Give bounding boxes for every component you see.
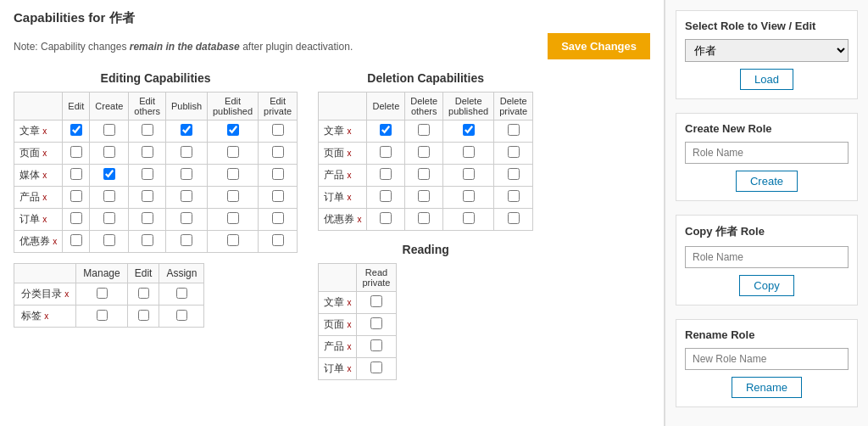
- edit-published-checkbox[interactable]: [227, 124, 239, 136]
- table-row: 分类目录 x: [14, 283, 204, 305]
- edit-checkbox[interactable]: [70, 124, 82, 136]
- edit-checkbox[interactable]: [70, 146, 82, 158]
- delete-private-checkbox[interactable]: [508, 146, 520, 158]
- delete-others-checkbox[interactable]: [418, 168, 430, 180]
- manage-edit-checkbox[interactable]: [138, 310, 149, 321]
- edit-others-checkbox[interactable]: [142, 124, 153, 136]
- manage-checkbox[interactable]: [97, 310, 108, 321]
- publish-checkbox[interactable]: [181, 146, 192, 158]
- edit-others-checkbox[interactable]: [142, 146, 153, 158]
- rename-button[interactable]: Rename: [732, 377, 802, 398]
- table-row: 订单 x: [319, 358, 396, 380]
- read-private-checkbox[interactable]: [370, 295, 382, 307]
- manage-table: Manage Edit Assign 分类目录 x 标签 x: [14, 263, 204, 328]
- edit-published-checkbox[interactable]: [227, 168, 239, 180]
- edit-published-checkbox[interactable]: [227, 190, 239, 202]
- delete-checkbox[interactable]: [380, 190, 392, 202]
- copy-button[interactable]: Copy: [739, 275, 793, 296]
- read-private-checkbox[interactable]: [370, 362, 382, 373]
- table-row: 优惠券 x: [319, 209, 533, 231]
- publish-checkbox[interactable]: [181, 190, 192, 202]
- delete-private-checkbox[interactable]: [508, 190, 520, 202]
- edit-private-checkbox[interactable]: [272, 212, 284, 224]
- delete-checkbox[interactable]: [380, 168, 392, 180]
- edit-private-checkbox[interactable]: [272, 168, 284, 180]
- copy-role-title: Copy 作者 Role: [685, 224, 849, 239]
- edit-checkbox[interactable]: [70, 168, 82, 180]
- create-role-section: Create New Role Create: [676, 113, 858, 201]
- table-row: 产品 x: [14, 187, 298, 209]
- delete-checkbox[interactable]: [380, 124, 392, 136]
- manage-section: Manage Edit Assign 分类目录 x 标签 x: [14, 263, 298, 328]
- edit-others-checkbox[interactable]: [142, 168, 153, 180]
- create-checkbox[interactable]: [103, 168, 115, 180]
- manage-edit-checkbox[interactable]: [138, 288, 149, 299]
- table-row: 页面 x: [319, 143, 533, 165]
- role-select[interactable]: 作者管理员编辑作者投稿者订阅者: [685, 39, 849, 62]
- edit-others-checkbox[interactable]: [142, 190, 153, 202]
- edit-published-checkbox[interactable]: [227, 146, 239, 158]
- edit-private-checkbox[interactable]: [272, 234, 284, 246]
- delete-published-checkbox[interactable]: [463, 124, 475, 136]
- reading-section: Reading Readprivate 文章 x 页面 x 产品 x: [318, 243, 533, 380]
- create-checkbox[interactable]: [103, 234, 115, 246]
- delete-checkbox[interactable]: [380, 146, 392, 158]
- edit-private-checkbox[interactable]: [272, 190, 284, 202]
- publish-checkbox[interactable]: [181, 168, 192, 180]
- publish-checkbox[interactable]: [181, 234, 192, 246]
- delete-others-checkbox[interactable]: [418, 146, 430, 158]
- note-bar: Note: Capability changes remain in the d…: [14, 33, 650, 59]
- create-role-input[interactable]: [685, 142, 849, 164]
- delete-others-checkbox[interactable]: [418, 190, 430, 202]
- delete-checkbox[interactable]: [380, 212, 392, 224]
- table-row: 产品 x: [319, 165, 533, 187]
- edit-private-checkbox[interactable]: [272, 146, 284, 158]
- table-row: 文章 x: [319, 292, 396, 314]
- editing-capabilities-block: Editing Capabilities Edit Create Editoth…: [14, 71, 298, 380]
- table-row: 媒体 x: [14, 165, 298, 187]
- create-checkbox[interactable]: [103, 190, 115, 202]
- left-panel: Capabilities for 作者 Note: Capability cha…: [0, 0, 665, 426]
- delete-published-checkbox[interactable]: [463, 212, 475, 224]
- publish-checkbox[interactable]: [181, 212, 192, 224]
- delete-private-checkbox[interactable]: [508, 212, 520, 224]
- delete-private-checkbox[interactable]: [508, 168, 520, 180]
- edit-private-checkbox[interactable]: [272, 124, 284, 136]
- save-changes-button[interactable]: Save Changes: [548, 33, 650, 59]
- create-checkbox[interactable]: [103, 212, 115, 224]
- assign-checkbox[interactable]: [176, 288, 187, 299]
- edit-checkbox[interactable]: [70, 212, 82, 224]
- table-row: 标签 x: [14, 305, 204, 328]
- edit-others-checkbox[interactable]: [142, 212, 153, 224]
- load-button[interactable]: Load: [740, 69, 793, 90]
- delete-others-checkbox[interactable]: [418, 212, 430, 224]
- create-checkbox[interactable]: [103, 124, 115, 136]
- read-private-checkbox[interactable]: [370, 317, 382, 329]
- edit-checkbox[interactable]: [70, 234, 82, 246]
- copy-role-input[interactable]: [685, 246, 849, 268]
- delete-published-checkbox[interactable]: [463, 146, 475, 158]
- create-button[interactable]: Create: [736, 171, 798, 192]
- publish-checkbox[interactable]: [181, 124, 192, 136]
- rename-role-input[interactable]: [685, 348, 849, 370]
- rename-role-title: Rename Role: [685, 328, 849, 341]
- table-row: 订单 x: [14, 209, 298, 231]
- edit-others-checkbox[interactable]: [142, 234, 153, 246]
- edit-checkbox[interactable]: [70, 190, 82, 202]
- edit-published-checkbox[interactable]: [227, 234, 239, 246]
- editing-table: Edit Create Editothers Publish Editpubli…: [14, 92, 298, 253]
- assign-checkbox[interactable]: [176, 310, 187, 321]
- table-row: 产品 x: [319, 336, 396, 358]
- rename-role-section: Rename Role Rename: [676, 319, 858, 407]
- note-text: Note: Capability changes remain in the d…: [14, 41, 353, 53]
- delete-published-checkbox[interactable]: [463, 168, 475, 180]
- table-row: 优惠券 x: [14, 231, 298, 253]
- read-private-checkbox[interactable]: [370, 339, 382, 351]
- deletion-table: Delete Deleteothers Deletepublished Dele…: [318, 92, 533, 231]
- edit-published-checkbox[interactable]: [227, 212, 239, 224]
- manage-checkbox[interactable]: [97, 288, 108, 299]
- delete-others-checkbox[interactable]: [418, 124, 430, 136]
- delete-private-checkbox[interactable]: [508, 124, 520, 136]
- create-checkbox[interactable]: [103, 146, 115, 158]
- delete-published-checkbox[interactable]: [463, 190, 475, 202]
